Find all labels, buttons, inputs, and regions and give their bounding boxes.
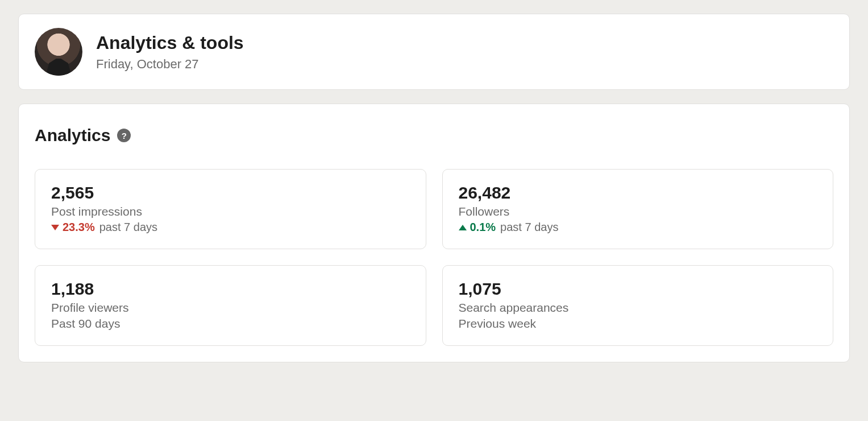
- trend-period: past 7 days: [500, 221, 558, 234]
- stats-grid: 2,565 Post impressions 23.3% past 7 days…: [35, 169, 833, 346]
- trend-pct: 0.1%: [470, 221, 496, 234]
- stat-label: Profile viewers: [51, 301, 410, 315]
- stat-period: Previous week: [459, 317, 817, 331]
- stat-label: Followers: [459, 205, 817, 218]
- stat-trend: 23.3% past 7 days: [51, 221, 410, 234]
- section-title: Analytics: [35, 126, 110, 145]
- stat-value: 1,075: [459, 279, 817, 299]
- avatar[interactable]: [35, 28, 82, 76]
- stat-value: 1,188: [51, 279, 410, 299]
- stat-search-appearances[interactable]: 1,075 Search appearances Previous week: [442, 265, 834, 346]
- trend-period: past 7 days: [99, 221, 157, 234]
- section-header: Analytics ?: [35, 126, 833, 145]
- stat-followers[interactable]: 26,482 Followers 0.1% past 7 days: [442, 169, 834, 249]
- stat-profile-viewers[interactable]: 1,188 Profile viewers Past 90 days: [35, 265, 426, 346]
- trend-down-icon: [51, 225, 59, 230]
- help-icon[interactable]: ?: [117, 129, 131, 142]
- stat-label: Search appearances: [459, 301, 817, 315]
- header-card: Analytics & tools Friday, October 27: [18, 14, 850, 90]
- trend-up-icon: [459, 225, 467, 230]
- trend-pct: 23.3%: [63, 221, 95, 234]
- stat-trend: 0.1% past 7 days: [459, 221, 817, 234]
- stat-post-impressions[interactable]: 2,565 Post impressions 23.3% past 7 days: [35, 169, 426, 249]
- stat-period: Past 90 days: [51, 317, 410, 331]
- header-text: Analytics & tools Friday, October 27: [96, 32, 244, 72]
- stat-value: 26,482: [459, 183, 817, 203]
- stat-label: Post impressions: [51, 205, 410, 218]
- page-title: Analytics & tools: [96, 32, 244, 53]
- page-date: Friday, October 27: [96, 57, 244, 72]
- analytics-card: Analytics ? 2,565 Post impressions 23.3%…: [18, 104, 850, 362]
- stat-value: 2,565: [51, 183, 410, 203]
